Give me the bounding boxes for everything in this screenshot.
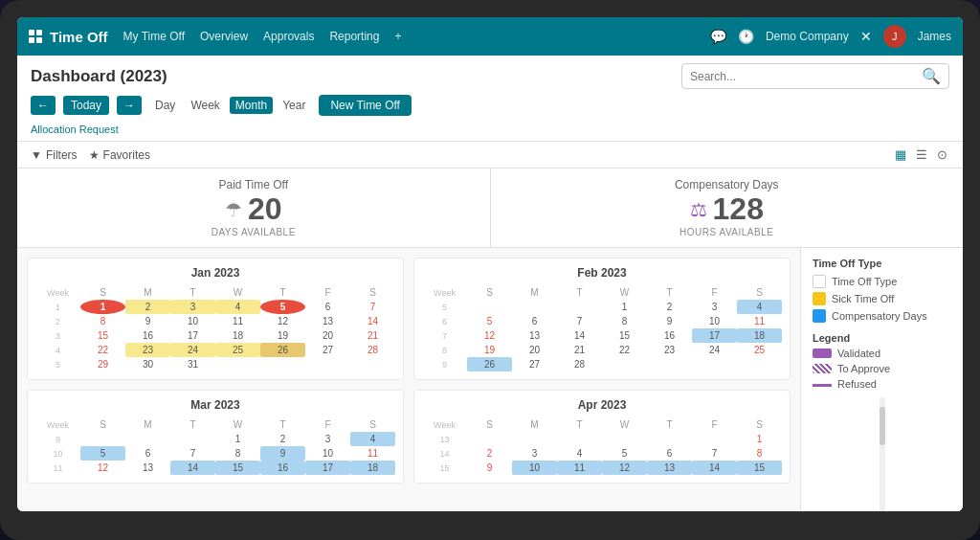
calendar-day[interactable]: 28 xyxy=(557,357,602,371)
calendar-day[interactable]: 7 xyxy=(557,314,602,328)
calendar-day[interactable]: 19 xyxy=(467,343,512,357)
calendar-day[interactable]: 13 xyxy=(125,461,170,475)
day-view-btn[interactable]: Day xyxy=(149,97,181,114)
calendar-day[interactable]: 2 xyxy=(467,446,512,461)
calendar-day[interactable]: 25 xyxy=(215,343,260,357)
favorites-btn[interactable]: ★ Favorites xyxy=(89,148,150,162)
scrollbar-thumb[interactable] xyxy=(880,407,885,445)
next-button[interactable]: → xyxy=(117,96,142,115)
calendar-day[interactable]: 3 xyxy=(512,446,557,461)
calendar-day[interactable]: 7 xyxy=(350,300,395,314)
chat-icon[interactable]: 💬 xyxy=(710,29,726,44)
calendar-day[interactable]: 22 xyxy=(80,343,125,357)
week-view-btn[interactable]: Week xyxy=(185,97,225,114)
calendar-day[interactable]: 9 xyxy=(260,446,305,461)
calendar-day[interactable]: 20 xyxy=(305,328,350,343)
calendar-day[interactable]: 10 xyxy=(512,461,557,475)
calendar-day[interactable]: 10 xyxy=(305,446,350,461)
calendar-day[interactable]: 3 xyxy=(692,300,737,314)
new-time-off-button[interactable]: New Time Off xyxy=(319,95,411,116)
calendar-day[interactable] xyxy=(692,432,737,446)
calendar-day[interactable]: 14 xyxy=(170,461,215,475)
calendar-day[interactable]: 11 xyxy=(350,446,395,461)
calendar-day[interactable]: 2 xyxy=(260,432,305,446)
calendar-day[interactable]: 21 xyxy=(350,328,395,343)
calendar-day[interactable]: 31 xyxy=(170,357,215,371)
calendar-day[interactable]: 4 xyxy=(215,300,260,314)
calendar-day[interactable]: 26 xyxy=(467,357,512,371)
calendar-day[interactable]: 1 xyxy=(737,432,782,446)
calendar-day[interactable]: 15 xyxy=(215,461,260,475)
calendar-day[interactable]: 5 xyxy=(260,300,305,314)
list-view-icon[interactable]: ☰ xyxy=(914,146,929,164)
calendar-day[interactable]: 23 xyxy=(647,343,692,357)
calendar-day[interactable]: 8 xyxy=(602,314,647,328)
calendar-day[interactable]: 10 xyxy=(170,314,215,328)
calendar-day[interactable] xyxy=(215,357,260,371)
calendar-day[interactable]: 6 xyxy=(305,300,350,314)
calendar-day[interactable] xyxy=(512,432,557,446)
calendar-day[interactable]: 16 xyxy=(647,328,692,343)
company-name[interactable]: Demo Company xyxy=(766,30,849,43)
calendar-day[interactable]: 11 xyxy=(557,461,602,475)
year-view-btn[interactable]: Year xyxy=(277,97,311,114)
calendar-day[interactable]: 16 xyxy=(260,461,305,475)
calendar-day[interactable]: 11 xyxy=(737,314,782,328)
allocation-link[interactable]: Allocation Request xyxy=(31,124,119,135)
calendar-day[interactable]: 24 xyxy=(692,343,737,357)
calendar-day[interactable] xyxy=(125,432,170,446)
nav-approvals[interactable]: Approvals xyxy=(263,30,314,43)
calendar-day[interactable]: 12 xyxy=(80,461,125,475)
calendar-day[interactable]: 6 xyxy=(125,446,170,461)
calendar-day[interactable]: 9 xyxy=(125,314,170,328)
calendar-day[interactable]: 17 xyxy=(692,328,737,343)
calendar-day[interactable]: 1 xyxy=(215,432,260,446)
calendar-day[interactable]: 9 xyxy=(647,314,692,328)
calendar-day[interactable]: 17 xyxy=(305,461,350,475)
calendar-day[interactable]: 13 xyxy=(647,461,692,475)
nav-plus[interactable]: + xyxy=(394,30,401,43)
calendar-day[interactable] xyxy=(737,357,782,371)
calendar-day[interactable]: 10 xyxy=(692,314,737,328)
calendar-day[interactable]: 1 xyxy=(80,300,125,314)
calendar-day[interactable] xyxy=(647,357,692,371)
circle-view-icon[interactable]: ⊙ xyxy=(935,146,949,164)
calendar-day[interactable]: 18 xyxy=(737,328,782,343)
app-logo[interactable]: Time Off xyxy=(29,29,108,45)
prev-button[interactable]: ← xyxy=(31,96,56,115)
calendar-day[interactable]: 16 xyxy=(125,328,170,343)
calendar-day[interactable]: 4 xyxy=(737,300,782,314)
calendar-day[interactable]: 15 xyxy=(80,328,125,343)
calendar-day[interactable]: 21 xyxy=(557,343,602,357)
calendar-day[interactable]: 8 xyxy=(215,446,260,461)
calendar-day[interactable]: 18 xyxy=(350,461,395,475)
nav-my-time-off[interactable]: My Time Off xyxy=(123,30,185,43)
calendar-day[interactable]: 6 xyxy=(512,314,557,328)
calendar-day[interactable]: 20 xyxy=(512,343,557,357)
avatar[interactable]: J xyxy=(883,25,906,48)
calendar-day[interactable] xyxy=(305,357,350,371)
calendar-day[interactable]: 27 xyxy=(512,357,557,371)
calendar-day[interactable] xyxy=(557,432,602,446)
calendar-day[interactable]: 12 xyxy=(602,461,647,475)
calendar-day[interactable]: 13 xyxy=(305,314,350,328)
calendar-day[interactable]: 14 xyxy=(350,314,395,328)
calendar-day[interactable]: 7 xyxy=(692,446,737,461)
calendar-day[interactable]: 2 xyxy=(647,300,692,314)
calendar-day[interactable]: 3 xyxy=(170,300,215,314)
calendar-day[interactable]: 29 xyxy=(80,357,125,371)
calendar-day[interactable]: 15 xyxy=(737,461,782,475)
today-button[interactable]: Today xyxy=(63,96,109,115)
calendar-day[interactable]: 17 xyxy=(170,328,215,343)
settings-icon[interactable]: ✕ xyxy=(860,29,872,44)
calendar-day[interactable]: 4 xyxy=(350,432,395,446)
calendar-day[interactable]: 14 xyxy=(557,328,602,343)
calendar-day[interactable]: 3 xyxy=(305,432,350,446)
calendar-day[interactable]: 30 xyxy=(125,357,170,371)
search-bar[interactable]: 🔍 xyxy=(681,63,949,89)
calendar-day[interactable] xyxy=(350,357,395,371)
calendar-day[interactable]: 22 xyxy=(602,343,647,357)
calendar-day[interactable] xyxy=(602,432,647,446)
nav-overview[interactable]: Overview xyxy=(200,30,248,43)
calendar-day[interactable]: 23 xyxy=(125,343,170,357)
